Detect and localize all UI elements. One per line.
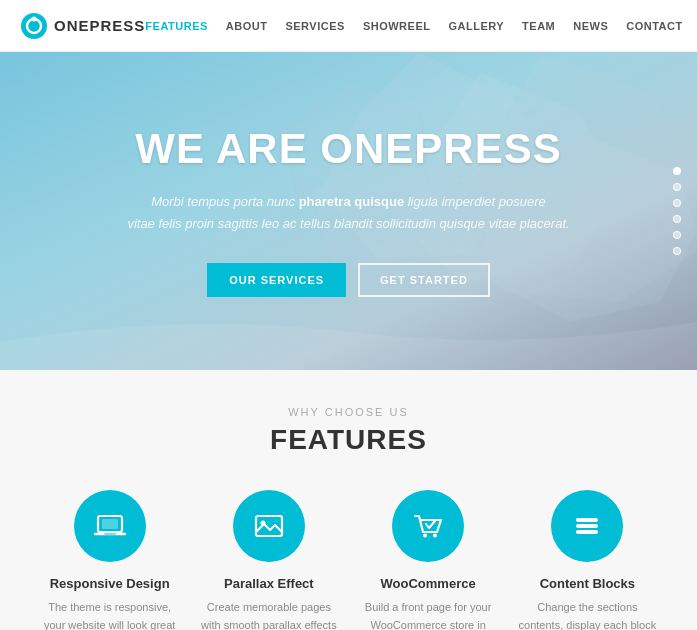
nav-about[interactable]: ABOUT bbox=[226, 20, 268, 32]
hero-section: WE ARE ONEPRESS Morbi tempus porta nunc … bbox=[0, 52, 697, 370]
blocks-icon-circle bbox=[551, 490, 623, 562]
get-started-button[interactable]: GET STARTED bbox=[358, 263, 490, 297]
svg-rect-16 bbox=[102, 519, 118, 529]
features-section: WHY CHOOSE US FEATURES Responsive Design… bbox=[0, 370, 697, 630]
feature-parallax: Parallax Effect Create memorable pages w… bbox=[189, 490, 348, 630]
svg-rect-25 bbox=[576, 530, 598, 534]
responsive-desc: The theme is responsive, your website wi… bbox=[40, 599, 179, 630]
svg-rect-24 bbox=[576, 524, 598, 528]
feature-responsive: Responsive Design The theme is responsiv… bbox=[30, 490, 189, 630]
svg-point-21 bbox=[423, 534, 427, 538]
scroll-dot-5[interactable] bbox=[673, 231, 681, 239]
features-subtitle: WHY CHOOSE US bbox=[30, 406, 667, 418]
scroll-dot-4[interactable] bbox=[673, 215, 681, 223]
parallax-name: Parallax Effect bbox=[224, 576, 314, 591]
main-nav: FEATURES ABOUT SERVICES SHOWREEL GALLERY… bbox=[145, 20, 697, 32]
woo-icon-circle bbox=[392, 490, 464, 562]
logo-icon bbox=[20, 12, 48, 40]
scroll-dots bbox=[673, 167, 681, 255]
nav-contact[interactable]: CONTACT bbox=[626, 20, 682, 32]
blocks-desc: Change the sections contents, display ea… bbox=[518, 599, 657, 630]
blocks-name: Content Blocks bbox=[540, 576, 635, 591]
svg-point-22 bbox=[433, 534, 437, 538]
svg-rect-19 bbox=[256, 516, 282, 536]
image-icon bbox=[251, 508, 287, 544]
parallax-icon-circle bbox=[233, 490, 305, 562]
responsive-name: Responsive Design bbox=[50, 576, 170, 591]
feature-woo: WooCommerce Build a front page for your … bbox=[349, 490, 508, 630]
hero-buttons: OUR SERVICES GET STARTED bbox=[127, 263, 569, 297]
responsive-icon-circle bbox=[74, 490, 146, 562]
parallax-desc: Create memorable pages with smooth paral… bbox=[199, 599, 338, 630]
header: ONEPRESS FEATURES ABOUT SERVICES SHOWREE… bbox=[0, 0, 697, 52]
our-services-button[interactable]: OUR SERVICES bbox=[207, 263, 346, 297]
logo[interactable]: ONEPRESS bbox=[20, 12, 145, 40]
blocks-icon bbox=[569, 508, 605, 544]
feature-blocks: Content Blocks Change the sections conte… bbox=[508, 490, 667, 630]
svg-point-2 bbox=[32, 16, 37, 21]
hero-subtitle: Morbi tempus porta nunc pharetra quisque… bbox=[127, 191, 569, 235]
scroll-dot-6[interactable] bbox=[673, 247, 681, 255]
scroll-dot-1[interactable] bbox=[673, 167, 681, 175]
scroll-dot-2[interactable] bbox=[673, 183, 681, 191]
features-grid: Responsive Design The theme is responsiv… bbox=[30, 490, 667, 630]
features-title: FEATURES bbox=[30, 424, 667, 456]
nav-services[interactable]: SERVICES bbox=[285, 20, 344, 32]
woo-name: WooCommerce bbox=[381, 576, 476, 591]
laptop-icon bbox=[92, 508, 128, 544]
woo-desc: Build a front page for your WooCommerce … bbox=[359, 599, 498, 630]
nav-team[interactable]: TEAM bbox=[522, 20, 555, 32]
hero-content: WE ARE ONEPRESS Morbi tempus porta nunc … bbox=[87, 125, 609, 297]
scroll-dot-3[interactable] bbox=[673, 199, 681, 207]
logo-text: ONEPRESS bbox=[54, 17, 145, 34]
nav-features[interactable]: FEATURES bbox=[145, 20, 207, 32]
hero-title: WE ARE ONEPRESS bbox=[127, 125, 569, 173]
svg-rect-23 bbox=[576, 518, 598, 522]
nav-showreel[interactable]: SHOWREEL bbox=[363, 20, 431, 32]
cart-icon bbox=[410, 508, 446, 544]
nav-news[interactable]: NEWS bbox=[573, 20, 608, 32]
nav-gallery[interactable]: GALLERY bbox=[448, 20, 504, 32]
